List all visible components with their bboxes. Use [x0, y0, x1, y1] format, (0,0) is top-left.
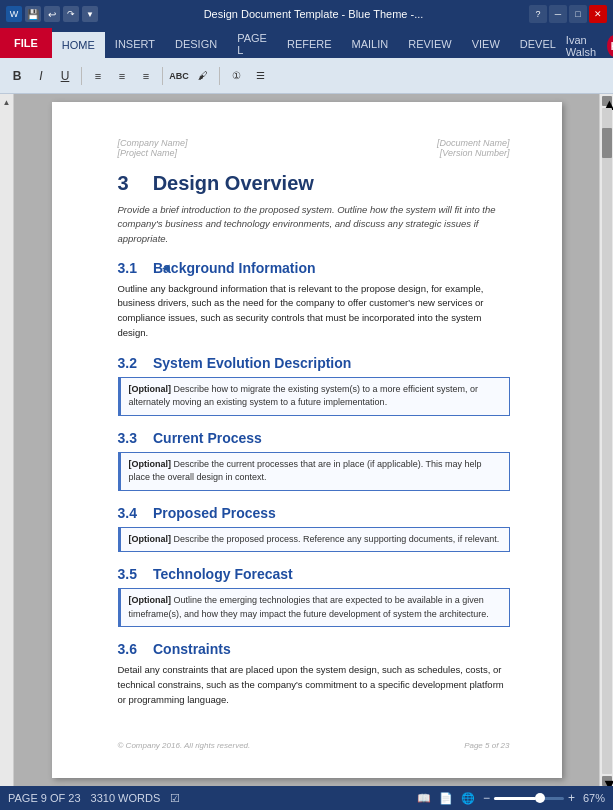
- scroll-area[interactable]: [Company Name] [Project Name] [Document …: [14, 94, 599, 786]
- tab-home[interactable]: HOME: [52, 30, 105, 58]
- print-layout-icon[interactable]: 📄: [439, 792, 453, 805]
- section-3-2-title: System Evolution Description: [153, 355, 351, 371]
- zoom-track[interactable]: [494, 797, 564, 800]
- tab-design[interactable]: DESIGN: [165, 30, 227, 58]
- section-3-2-optional-text: Describe how to migrate the existing sys…: [129, 384, 478, 408]
- zoom-slider[interactable]: − +: [483, 791, 575, 805]
- customize-icon[interactable]: ▼: [82, 6, 98, 22]
- status-bar-left: PAGE 9 OF 23 3310 WORDS ☑: [8, 792, 180, 805]
- tab-mailings[interactable]: MAILIN: [342, 30, 399, 58]
- project-name: [Project Name]: [118, 148, 188, 158]
- window-title: Design Document Template - Blue Theme -.…: [102, 8, 525, 20]
- user-name: Ivan Walsh: [566, 34, 603, 58]
- toolbar-separator-1: [81, 67, 82, 85]
- company-name: [Company Name]: [118, 138, 188, 148]
- align-right-button[interactable]: ≡: [135, 65, 157, 87]
- status-bar: PAGE 9 OF 23 3310 WORDS ☑ 📖 📄 🌐 − + 67%: [0, 786, 613, 810]
- section-3-2-number: 3.2: [118, 355, 137, 371]
- section-3-5-heading: 3.5 Technology Forecast: [118, 566, 510, 582]
- ribbon-tabs: FILE HOME INSERT DESIGN PAGE L REFERE MA…: [0, 28, 613, 58]
- section-3-3-title: Current Process: [153, 430, 262, 446]
- section-3-heading: 3 Design Overview: [118, 172, 510, 195]
- zoom-plus-icon[interactable]: +: [568, 791, 575, 805]
- word-count: 3310 WORDS: [91, 792, 161, 804]
- content-wrapper: ▲ [Company Name] [Project Name] [Documen…: [0, 94, 613, 786]
- section-3-1-heading: 3.1 Background Information: [118, 260, 510, 276]
- section-3-4-number: 3.4: [118, 505, 137, 521]
- scrollbar-right: ▲ ▼: [599, 94, 613, 786]
- underline-button[interactable]: U: [54, 65, 76, 87]
- section-3-5-optional: [Optional] Outline the emerging technolo…: [118, 588, 510, 627]
- section-mark-3-1: ◀: [162, 262, 170, 273]
- tab-developer[interactable]: DEVEL: [510, 30, 566, 58]
- zoom-fill: [494, 797, 536, 800]
- align-center-button[interactable]: ≡: [111, 65, 133, 87]
- window-controls: ? ─ □ ✕: [529, 5, 607, 23]
- language-icon[interactable]: ☑: [170, 792, 180, 805]
- spell-check-button[interactable]: ABC: [168, 65, 190, 87]
- section-3-5-number: 3.5: [118, 566, 137, 582]
- section-3-5-title: Technology Forecast: [153, 566, 293, 582]
- user-avatar[interactable]: K: [607, 35, 613, 57]
- footer-right: Page 5 of 23: [464, 741, 509, 750]
- toolbar: B I U ≡ ≡ ≡ ABC 🖌 ① ☰: [0, 58, 613, 94]
- zoom-minus-icon[interactable]: −: [483, 791, 490, 805]
- undo-quick-icon[interactable]: ↩: [44, 6, 60, 22]
- ruler-left: ▲: [0, 94, 14, 786]
- tab-review[interactable]: REVIEW: [398, 30, 461, 58]
- title-bar: W 💾 ↩ ↷ ▼ Design Document Template - Blu…: [0, 0, 613, 28]
- section-3-4-optional-text: Describe the proposed process. Reference…: [174, 534, 500, 544]
- scroll-up-button[interactable]: ▲: [602, 96, 612, 106]
- format-painter-button[interactable]: 🖌: [192, 65, 214, 87]
- section-3-1-title: Background Information: [153, 260, 316, 276]
- document-name: [Document Name]: [437, 138, 510, 148]
- web-layout-icon[interactable]: 🌐: [461, 792, 475, 805]
- tab-file[interactable]: FILE: [0, 28, 52, 58]
- optional-label-3-2: [Optional]: [129, 384, 172, 394]
- section-3-5-optional-text: Outline the emerging technologies that a…: [129, 595, 489, 619]
- maximize-button[interactable]: □: [569, 5, 587, 23]
- redo-quick-icon[interactable]: ↷: [63, 6, 79, 22]
- section-3-6-heading: 3.6 Constraints: [118, 641, 510, 657]
- bold-button[interactable]: B: [6, 65, 28, 87]
- zoom-thumb[interactable]: [535, 793, 545, 803]
- tab-page-layout[interactable]: PAGE L: [227, 30, 277, 58]
- section-3-2-heading: 3.2 System Evolution Description: [118, 355, 510, 371]
- header-left: [Company Name] [Project Name]: [118, 138, 188, 158]
- minimize-button[interactable]: ─: [549, 5, 567, 23]
- tab-references[interactable]: REFERE: [277, 30, 342, 58]
- list-button[interactable]: ☰: [249, 65, 271, 87]
- section-3-1-container: ◀ 3.1 Background Information: [118, 260, 510, 276]
- tab-view[interactable]: VIEW: [462, 30, 510, 58]
- page-info: PAGE 9 OF 23: [8, 792, 81, 804]
- section-3-3-optional: [Optional] Describe the current processe…: [118, 452, 510, 491]
- optional-label-3-3: [Optional]: [129, 459, 172, 469]
- scroll-thumb[interactable]: [602, 128, 612, 158]
- help-button[interactable]: ?: [529, 5, 547, 23]
- section-3-2-optional: [Optional] Describe how to migrate the e…: [118, 377, 510, 416]
- header-right: [Document Name] [Version Number]: [437, 138, 510, 158]
- document-page: [Company Name] [Project Name] [Document …: [52, 102, 562, 778]
- section-3-1-body: Outline any background information that …: [118, 282, 510, 341]
- section-3-4-heading: 3.4 Proposed Process: [118, 505, 510, 521]
- section-3-3-heading: 3.3 Current Process: [118, 430, 510, 446]
- read-mode-icon[interactable]: 📖: [417, 792, 431, 805]
- section-3-3-optional-text: Describe the current processes that are …: [129, 459, 482, 483]
- section-3-6-title: Constraints: [153, 641, 231, 657]
- close-button[interactable]: ✕: [589, 5, 607, 23]
- scroll-down-button[interactable]: ▼: [602, 776, 612, 786]
- italic-button[interactable]: I: [30, 65, 52, 87]
- footer-left: © Company 2016. All rights reserved.: [118, 741, 251, 750]
- numbering-button[interactable]: ①: [225, 65, 247, 87]
- section-3-6-body: Detail any constraints that are placed u…: [118, 663, 510, 707]
- tab-insert[interactable]: INSERT: [105, 30, 165, 58]
- scroll-track[interactable]: [602, 108, 612, 774]
- ruler-up-arrow[interactable]: ▲: [3, 98, 11, 107]
- save-quick-icon[interactable]: 💾: [25, 6, 41, 22]
- zoom-percent[interactable]: 67%: [583, 792, 605, 804]
- align-left-button[interactable]: ≡: [87, 65, 109, 87]
- section-3-3-number: 3.3: [118, 430, 137, 446]
- section-3-number: 3: [118, 172, 129, 195]
- toolbar-separator-2: [162, 67, 163, 85]
- section-3-4-title: Proposed Process: [153, 505, 276, 521]
